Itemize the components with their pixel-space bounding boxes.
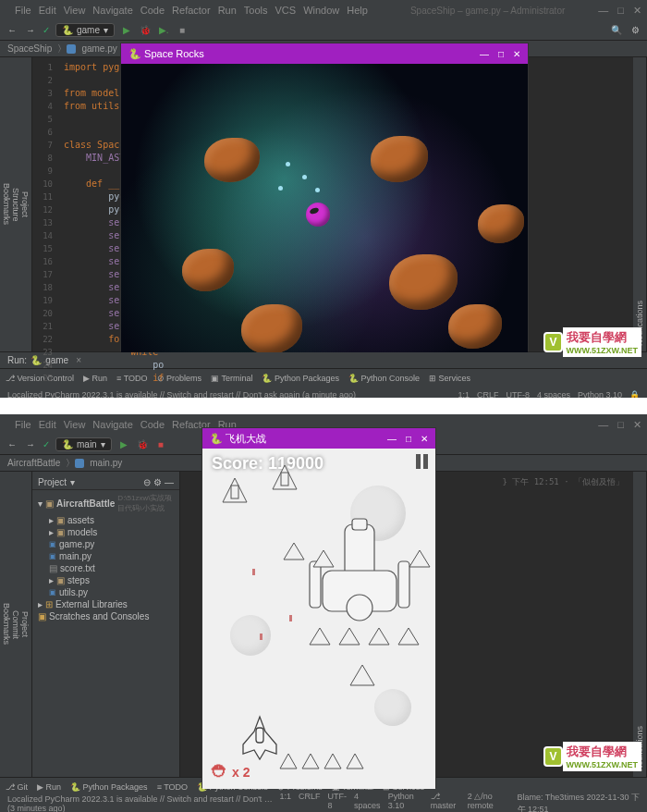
stop-button-icon[interactable]: ■	[154, 438, 167, 451]
debug-button-icon[interactable]: 🐞	[136, 438, 149, 451]
menu-vcs[interactable]: VCS	[275, 5, 297, 16]
encoding[interactable]: UTF-8	[506, 390, 530, 398]
breadcrumb-root[interactable]: AircraftBattle	[7, 458, 60, 468]
menu-edit[interactable]: Edit	[39, 419, 56, 430]
toolwin-project[interactable]: Project	[20, 477, 30, 771]
more-run-icon[interactable]: ▶.	[157, 24, 170, 37]
status-bar: Localized PyCharm 2022.3.1 is available …	[0, 387, 647, 398]
game-maximize-icon[interactable]: □	[406, 434, 411, 444]
nav-forward-icon[interactable]: →	[24, 24, 37, 37]
menu-edit[interactable]: Edit	[39, 5, 56, 16]
breadcrumb-file[interactable]: game.py	[81, 43, 116, 54]
toolwin-bookmarks[interactable]: Bookmarks	[2, 477, 11, 771]
pause-button-icon[interactable]	[416, 454, 428, 469]
game-maximize-icon[interactable]: □	[498, 49, 504, 59]
nav-forward-icon[interactable]: →	[24, 438, 37, 451]
tree-root[interactable]: ▾ ▣ AircraftBattle D:\51zxw\实战项目代码\小实战	[32, 492, 179, 514]
menu-run[interactable]: Run	[218, 5, 237, 16]
line-sep[interactable]: CRLF	[299, 792, 321, 812]
maximize-icon[interactable]: □	[617, 5, 624, 17]
status-msg[interactable]: Localized PyCharm 2022.3.1 is available …	[7, 794, 279, 812]
caret-pos[interactable]: 1:1	[458, 390, 470, 398]
stop-button-icon[interactable]: ■	[176, 24, 189, 37]
run-config-selector[interactable]: 🐍main▾	[55, 437, 112, 451]
tree-file[interactable]: ▣ game.py	[32, 538, 179, 550]
git-blame[interactable]: Blame: The3times 2022-11-30 下午 12:51	[518, 792, 640, 812]
status-msg[interactable]: Localized PyCharm 2022.3.1 is available …	[7, 390, 356, 398]
game-window-titlebar[interactable]: 🐍 Space Rocks — □ ✕	[121, 43, 528, 64]
menu-window[interactable]: Window	[303, 5, 339, 16]
indent[interactable]: 4 spaces	[354, 792, 381, 812]
lock-icon[interactable]: 🔒	[629, 390, 640, 398]
breadcrumb-root[interactable]: SpaceShip	[7, 43, 52, 54]
menu-view[interactable]: View	[64, 419, 86, 430]
tree-file[interactable]: ▤ score.txt	[32, 562, 179, 574]
enemy-ship	[267, 463, 302, 495]
bbar-todo[interactable]: ≡ TODO	[157, 782, 188, 792]
watermark-brand: 我要自學網	[567, 744, 627, 758]
game-minimize-icon[interactable]: —	[387, 434, 397, 444]
debug-button-icon[interactable]: 🐞	[139, 24, 152, 37]
menu-help[interactable]: Help	[347, 5, 368, 16]
menu-code[interactable]: Code	[140, 419, 165, 430]
collapse-icon[interactable]: ⊖	[143, 477, 151, 487]
toolwin-structure[interactable]: Structure	[11, 63, 20, 346]
search-icon[interactable]: 🔍	[610, 24, 623, 37]
encoding[interactable]: UTF-8	[327, 792, 347, 812]
git-branch[interactable]: ⎇ master	[431, 792, 460, 812]
menu-navigate[interactable]: Navigate	[92, 5, 132, 16]
tree-file[interactable]: ▣ utils.py	[32, 586, 179, 598]
tree-folder[interactable]: ▸ ▣ models	[32, 526, 179, 538]
bbar-run[interactable]: ▶ Run	[37, 782, 61, 792]
game-canvas[interactable]: Score: 119000	[202, 449, 435, 789]
tree-folder[interactable]: ▸ ▣ steps	[32, 574, 179, 586]
breadcrumb-file[interactable]: main.py	[90, 458, 122, 468]
run-button-icon[interactable]: ▶	[117, 438, 130, 451]
python-file-icon	[75, 459, 84, 468]
hide-icon[interactable]: —	[165, 477, 174, 487]
game-window-titlebar[interactable]: 🐍 飞机大战 — □ ✕	[202, 428, 435, 449]
tree-external-libs[interactable]: ▸ ⊞ External Libraries	[32, 598, 179, 610]
game-close-icon[interactable]: ✕	[513, 49, 520, 59]
menu-navigate[interactable]: Navigate	[92, 419, 132, 430]
bullet	[302, 175, 307, 179]
toolwin-commit[interactable]: Commit	[11, 477, 20, 771]
settings-icon[interactable]: ⚙	[153, 477, 162, 487]
indent[interactable]: 4 spaces	[537, 390, 570, 398]
settings-icon[interactable]: ⚙	[629, 24, 641, 37]
maximize-icon[interactable]: □	[617, 419, 624, 431]
bbar-pypkg[interactable]: 🐍 Python Packages	[70, 782, 148, 792]
menu-code[interactable]: Code	[140, 5, 165, 16]
minimize-icon[interactable]: —	[598, 5, 608, 17]
game-minimize-icon[interactable]: —	[480, 49, 489, 59]
nav-back-icon[interactable]: ←	[6, 438, 18, 451]
menu-file[interactable]: File	[15, 5, 31, 16]
interpreter[interactable]: Python 3.10	[388, 792, 423, 812]
menu-file[interactable]: File	[15, 419, 31, 430]
nav-back-icon[interactable]: ←	[6, 24, 18, 37]
bbar-git[interactable]: ⎇ Git	[6, 782, 28, 792]
tree-scratches[interactable]: ▣ Scratches and Consoles	[32, 610, 179, 622]
tree-file[interactable]: ▣ main.py	[32, 550, 179, 562]
menu-refactor[interactable]: Refactor	[172, 5, 211, 16]
python-file-icon	[67, 44, 76, 54]
toolwin-notifications[interactable]: Notifications	[635, 477, 644, 771]
toolwin-bookmarks[interactable]: Bookmarks	[2, 63, 11, 346]
project-tool-window[interactable]: Project▾ ⊖ ⚙ — ▾ ▣ AircraftBattle D:\51z…	[32, 472, 180, 777]
close-icon[interactable]: ✕	[633, 419, 641, 431]
minimize-icon[interactable]: —	[598, 419, 608, 431]
run-button-icon[interactable]: ▶	[120, 24, 133, 37]
game-canvas[interactable]	[121, 64, 528, 352]
menu-view[interactable]: View	[64, 5, 86, 16]
run-config-selector[interactable]: 🐍game▾	[55, 23, 115, 37]
menu-tools[interactable]: Tools	[244, 5, 268, 16]
line-sep[interactable]: CRLF	[477, 390, 499, 398]
git-sync[interactable]: 2 △/no remote	[468, 792, 510, 812]
game-close-icon[interactable]: ✕	[421, 434, 428, 444]
caret-pos[interactable]: 1:1	[279, 792, 291, 812]
toolwin-notifications[interactable]: Notifications	[635, 63, 644, 346]
tree-folder[interactable]: ▸ ▣ assets	[32, 514, 179, 526]
toolwin-project[interactable]: Project	[20, 63, 30, 346]
close-icon[interactable]: ✕	[633, 5, 641, 17]
interpreter[interactable]: Python 3.10	[578, 390, 622, 398]
